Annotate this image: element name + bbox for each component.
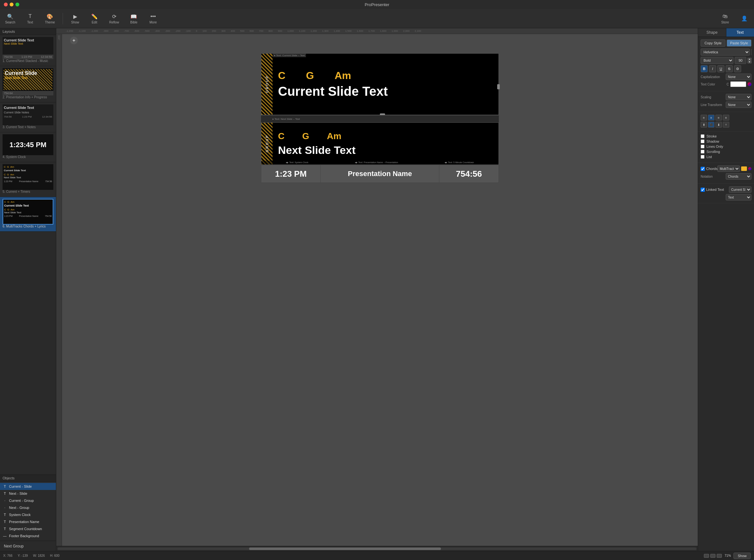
align-baseline-button[interactable]: T: [723, 122, 729, 127]
toolbar-user[interactable]: 👤: [737, 14, 751, 23]
toolbar-search-label: Search: [5, 21, 16, 24]
toolbar-reflow[interactable]: ⟳ Reflow: [107, 12, 122, 25]
linked-text-label: Linked Text: [706, 188, 724, 192]
add-object-button[interactable]: +: [70, 37, 78, 44]
object-current-group[interactable]: · Current - Group: [0, 497, 56, 504]
toolbar-text[interactable]: T Text: [23, 12, 37, 25]
lines-only-checkbox[interactable]: [701, 145, 705, 148]
tab-text[interactable]: Text: [726, 28, 754, 37]
underline-button[interactable]: U: [717, 65, 725, 72]
toolbar-show[interactable]: ▶ Show: [68, 12, 82, 25]
align-center-button[interactable]: ≡: [708, 115, 714, 120]
layout-item-1[interactable]: Current Slide Text Next Slide Text 754:5…: [0, 35, 56, 66]
font-weight-select[interactable]: Bold Regular Italic: [701, 57, 733, 64]
copy-style-button[interactable]: Copy Style: [701, 40, 726, 46]
layout-item-5[interactable]: C G Am Current Slide Text C G Am Next Sl…: [0, 162, 56, 197]
layout-item-2[interactable]: Current Slide Next Slide Text 754:64 2. …: [0, 66, 56, 102]
font-gear-button[interactable]: ⚙: [734, 65, 741, 72]
group-text-next: GROUP: [265, 135, 269, 152]
align-top-button[interactable]: ⬆: [701, 122, 707, 127]
layout-item-3[interactable]: Current Slide Text Current Slide Notes 7…: [0, 102, 56, 132]
toolbar-edit[interactable]: ✏️ Edit: [87, 12, 102, 25]
layout-thumb-1: Current Slide Text Next Slide Text: [3, 37, 53, 55]
stroke-row: Stroke: [701, 134, 751, 138]
scrolling-checkbox[interactable]: [701, 150, 705, 154]
show-button[interactable]: Show: [733, 553, 751, 559]
toolbar-more-label: More: [150, 21, 157, 24]
linked-text-sub-select[interactable]: Text: [726, 194, 751, 200]
objects-list: T Current - Slide T Next - Slide · Curre…: [0, 482, 56, 541]
copy-paste-section: Copy Style Paste Style Helvetica Bold Re…: [698, 37, 754, 91]
layout-item-4[interactable]: 1:23:45 PM 4. System Clock: [0, 132, 56, 162]
toolbar-text-label: Text: [27, 21, 33, 24]
label-presentation: ◀▸ Text: Presentation Name – Presentatio…: [355, 161, 398, 164]
text-color-swatch[interactable]: [730, 81, 746, 87]
size-stepper[interactable]: ▲ ▼: [748, 58, 751, 63]
object-next-slide[interactable]: T Next - Slide: [0, 490, 56, 497]
align-left-button[interactable]: ≡: [701, 115, 707, 120]
font-select[interactable]: Helvetica: [701, 48, 750, 56]
align-middle-button[interactable]: ⬛: [708, 122, 714, 127]
chords-select[interactable]: MultiTracks: [717, 165, 740, 172]
maximize-button[interactable]: [16, 3, 19, 6]
align-bottom-button[interactable]: ⬇: [715, 122, 722, 127]
toolbar-theme[interactable]: 🎨 Theme: [42, 12, 58, 25]
stroke-checkbox[interactable]: [701, 134, 705, 138]
layout-item-6[interactable]: C G Am Current Slide Text C G Am Next Sl…: [0, 197, 56, 232]
toolbar-more[interactable]: ••• More: [146, 12, 160, 25]
object-segment-countdown[interactable]: T Segment Countdown: [0, 525, 56, 532]
bold-button[interactable]: B: [701, 65, 708, 72]
layout-thumb-5: C G Am Current Slide Text C G Am Next Sl…: [3, 164, 53, 190]
toolbar-store[interactable]: 🛍 Store: [718, 12, 732, 25]
list-checkbox[interactable]: [701, 155, 705, 159]
toolbar-bible[interactable]: 📖 Bible: [127, 12, 141, 25]
toolbar-search[interactable]: 🔍 Search: [3, 12, 18, 25]
align-right-button[interactable]: ≡: [715, 115, 722, 120]
toolbar-edit-label: Edit: [92, 21, 97, 24]
minimize-button[interactable]: [9, 3, 14, 6]
shadow-checkbox[interactable]: [701, 139, 705, 143]
chord-color-wheel[interactable]: [748, 167, 751, 170]
layout-1-subtitle: Next Slide Text: [4, 42, 52, 45]
line-transform-label: Line Transform: [701, 103, 722, 107]
detail-view-button[interactable]: [717, 554, 722, 558]
object-next-group[interactable]: · Next - Group: [0, 504, 56, 511]
notation-select[interactable]: Chords Nashville: [726, 173, 751, 180]
close-button[interactable]: [4, 3, 8, 6]
line-transform-select[interactable]: None: [726, 102, 751, 108]
tab-shape[interactable]: Shape: [698, 28, 726, 37]
canvas-scroll-area[interactable]: + ▸ Text: Current Slide – Text GROUP: [62, 34, 698, 546]
linked-text-select[interactable]: Current Slide Next Slide: [729, 186, 751, 193]
italic-button[interactable]: I: [709, 65, 716, 72]
font-size-input[interactable]: [735, 57, 746, 64]
scrollbar-thumb[interactable]: [249, 547, 441, 550]
object-footer-bg[interactable]: — Footer Background: [0, 532, 56, 539]
object-current-slide[interactable]: T Current - Slide: [0, 483, 56, 490]
layout-6-number: 6. MultiTracks Chords + Lyrics: [3, 225, 53, 228]
color-wheel-button[interactable]: [748, 82, 751, 86]
layout-2-title: Current Slide: [5, 71, 51, 76]
capitalization-select[interactable]: None All Caps Small Caps: [726, 74, 751, 80]
scaling-select[interactable]: None Fit Fill: [726, 94, 751, 100]
size-up-button[interactable]: ▲: [748, 58, 751, 60]
stroke-label: Stroke: [707, 134, 717, 138]
paste-style-button[interactable]: Paste Style: [727, 40, 751, 46]
strikethrough-button[interactable]: S: [726, 65, 733, 72]
size-down-button[interactable]: ▼: [748, 61, 751, 63]
next-group-bar[interactable]: Next Group: [0, 541, 56, 551]
toolbar-theme-label: Theme: [45, 21, 55, 24]
linked-text-sub-row: Text: [701, 194, 751, 200]
chord-color-swatch[interactable]: [741, 166, 747, 171]
chords-checkbox[interactable]: [701, 167, 705, 171]
resize-handle-right[interactable]: [497, 84, 500, 89]
status-bar: X: 766 Y: -139 W: 1826 H: 600 71% Show: [0, 551, 754, 560]
object-presentation-name[interactable]: T Presentation Name: [0, 518, 56, 525]
list-view-button[interactable]: [710, 554, 715, 558]
scrollbar-horizontal[interactable]: [56, 546, 698, 551]
object-system-clock[interactable]: T System Clock: [0, 511, 56, 518]
align-justify-button[interactable]: ≡: [723, 115, 729, 120]
grid-view-button[interactable]: [704, 554, 709, 558]
window-controls[interactable]: [4, 3, 19, 6]
linked-text-checkbox[interactable]: [701, 188, 705, 192]
capitalization-label: Capitalization: [701, 75, 720, 79]
